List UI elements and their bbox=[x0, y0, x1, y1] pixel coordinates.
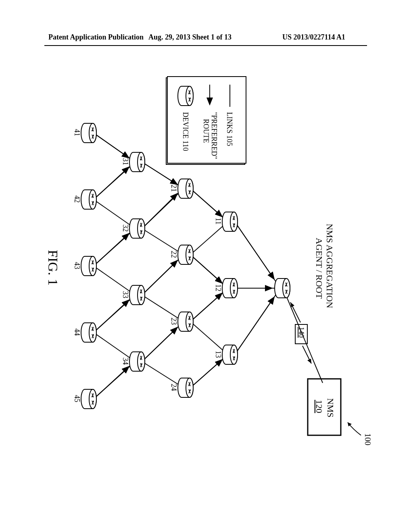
svg-line-40 bbox=[190, 293, 222, 322]
device-11 bbox=[222, 212, 238, 231]
device-12 bbox=[222, 278, 238, 298]
device-33 bbox=[129, 285, 145, 305]
figure-svg: 100 NMS 120 NMS AGGREGATION AGENT / ROOT… bbox=[32, 64, 387, 468]
device-42 bbox=[81, 190, 96, 209]
svg-marker-10 bbox=[307, 359, 311, 364]
device-34 bbox=[129, 352, 145, 371]
svg-line-44 bbox=[142, 260, 177, 295]
device-23 bbox=[178, 312, 193, 331]
header-rule bbox=[44, 45, 367, 46]
svg-line-15 bbox=[190, 222, 228, 255]
header-left: Patent Application Publication bbox=[48, 33, 144, 42]
page-header: Patent Application Publication Aug. 29, … bbox=[0, 33, 413, 45]
ref-100: 100 bbox=[363, 433, 372, 445]
legend: LINKS 105 "PREFERRED" ROUTE DEVICE 110 bbox=[166, 77, 246, 164]
svg-line-47 bbox=[94, 167, 129, 200]
page: Patent Application Publication Aug. 29, … bbox=[0, 0, 413, 532]
svg-line-45 bbox=[142, 327, 177, 362]
legend-links: LINKS 105 bbox=[225, 112, 234, 146]
legend-device: DEVICE 110 bbox=[181, 112, 190, 151]
label-12: 12 bbox=[214, 284, 222, 291]
label-45: 45 bbox=[73, 395, 81, 402]
label-43: 43 bbox=[73, 262, 81, 269]
label-33: 33 bbox=[121, 291, 129, 298]
device-13 bbox=[222, 345, 238, 364]
link-root-nms bbox=[286, 296, 323, 383]
svg-line-50 bbox=[94, 366, 129, 399]
label-44: 44 bbox=[73, 328, 81, 336]
label-31: 31 bbox=[121, 158, 129, 165]
label-32: 32 bbox=[121, 224, 129, 232]
device-32 bbox=[129, 219, 145, 238]
nms-120: 120 bbox=[314, 400, 324, 413]
svg-line-18 bbox=[190, 322, 228, 355]
svg-line-48 bbox=[94, 233, 129, 266]
nms-label: NMS bbox=[325, 398, 336, 418]
label-22: 22 bbox=[170, 251, 178, 258]
label-24: 24 bbox=[170, 384, 178, 391]
label-23: 23 bbox=[170, 318, 178, 325]
legend-preferred-2: ROUTE bbox=[202, 119, 210, 143]
legend-device-icon bbox=[178, 86, 193, 106]
agent-root-line2: AGENT / ROOT bbox=[314, 238, 324, 299]
svg-line-43 bbox=[142, 193, 177, 229]
device-31 bbox=[129, 152, 145, 172]
svg-line-38 bbox=[190, 189, 222, 217]
svg-line-42 bbox=[142, 162, 177, 185]
agent-root-line1: NMS AGGREGATION bbox=[325, 224, 335, 308]
ref-100-arrow bbox=[348, 422, 352, 426]
device-43 bbox=[81, 256, 96, 276]
fig-caption: FIG. 1 bbox=[46, 250, 60, 286]
label-21: 21 bbox=[170, 185, 178, 192]
label-41: 41 bbox=[73, 129, 81, 136]
figure-1: 100 NMS 120 NMS AGGREGATION AGENT / ROOT… bbox=[0, 64, 387, 419]
svg-line-35 bbox=[235, 222, 274, 279]
svg-line-46 bbox=[94, 133, 129, 158]
device-44 bbox=[81, 323, 96, 342]
svg-line-49 bbox=[94, 300, 129, 332]
svg-line-37 bbox=[235, 297, 274, 355]
label-13: 13 bbox=[214, 351, 222, 358]
label-11: 11 bbox=[214, 218, 222, 224]
device-41 bbox=[81, 123, 96, 143]
svg-line-39 bbox=[190, 255, 222, 283]
device-22 bbox=[178, 245, 193, 264]
legend-preferred-1: "PREFERRED" bbox=[210, 112, 218, 159]
header-mid: Aug. 29, 2013 Sheet 1 of 13 bbox=[148, 33, 232, 42]
device-24 bbox=[178, 378, 193, 397]
svg-line-41 bbox=[190, 360, 222, 388]
label-34: 34 bbox=[121, 357, 129, 365]
device-root bbox=[275, 278, 290, 298]
device-21 bbox=[178, 179, 193, 198]
header-right: US 2013/0227114 A1 bbox=[282, 33, 345, 42]
nms-box bbox=[308, 379, 341, 435]
label-42: 42 bbox=[73, 195, 81, 203]
device-45 bbox=[81, 389, 96, 409]
